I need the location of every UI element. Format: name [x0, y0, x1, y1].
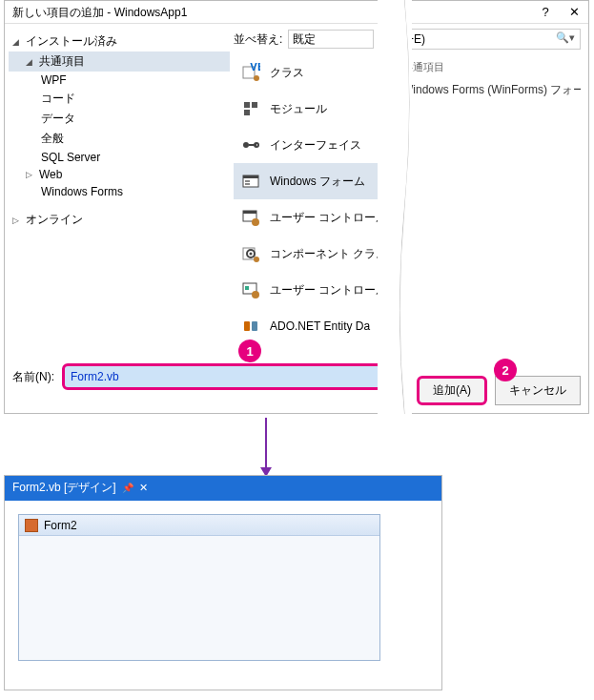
svg-point-18 — [250, 253, 253, 256]
tree-item[interactable]: WPF — [9, 72, 230, 89]
template-label: ADO.NET Entity Da — [270, 319, 370, 333]
callout-marker-2: 2 — [494, 359, 517, 381]
component-icon — [241, 244, 260, 263]
template-item-usercontrol-wpf[interactable]: ユーザー コントロール — [234, 272, 396, 308]
svg-text:VB: VB — [250, 63, 260, 73]
svg-point-22 — [252, 291, 259, 299]
svg-rect-3 — [244, 102, 250, 108]
tree-label: 共通項目 — [39, 53, 85, 70]
tree-online[interactable]: オンライン — [9, 210, 230, 230]
template-list: VB クラス モジュール インターフェイス Windows フォーム — [234, 54, 396, 344]
tree-label: 全般 — [41, 131, 64, 147]
ado-icon — [241, 317, 260, 336]
svg-rect-23 — [244, 321, 250, 331]
template-label: インターフェイス — [270, 137, 361, 154]
close-button[interactable]: ✕ — [560, 2, 588, 23]
detail-panel: 共通項目 Windows Forms (WinForms) フォーム — [395, 54, 588, 104]
expander-icon[interactable] — [26, 57, 35, 67]
tree-label: オンライン — [26, 212, 83, 228]
svg-rect-24 — [252, 321, 257, 331]
add-item-dialog-right: ? ✕ 🔍▾ 共通項目 Windows Forms (WinForms) フォー… — [395, 0, 589, 414]
svg-rect-12 — [245, 183, 250, 185]
svg-rect-14 — [243, 211, 256, 214]
tree-label: インストール済み — [26, 33, 117, 50]
tree-common[interactable]: 共通項目 — [9, 51, 230, 72]
designer-tab[interactable]: Form2.vb [デザイン] 📌 ✕ — [5, 476, 155, 499]
detail-category: 共通項目 — [402, 60, 581, 74]
search-input[interactable] — [402, 29, 581, 50]
svg-rect-5 — [244, 110, 250, 115]
expander-icon[interactable] — [26, 170, 35, 179]
form-app-icon — [25, 519, 38, 532]
tree-item[interactable]: 全般 — [9, 129, 230, 149]
search-icon[interactable]: 🔍▾ — [556, 31, 575, 44]
template-label: Windows フォーム — [270, 174, 365, 190]
sort-value: 既定 — [293, 31, 316, 48]
name-input[interactable] — [62, 363, 388, 390]
svg-rect-21 — [245, 286, 249, 290]
flow-arrow-icon — [265, 418, 267, 469]
tree-label: Windows Forms — [41, 185, 123, 198]
tree-installed[interactable]: インストール済み — [9, 31, 230, 51]
template-item-module[interactable]: モジュール — [234, 91, 396, 127]
help-button[interactable]: ? — [531, 2, 560, 23]
template-item-component[interactable]: コンポーネント クラス — [234, 236, 396, 272]
template-label: クラス — [270, 65, 304, 81]
template-item-interface[interactable]: インターフェイス — [234, 127, 396, 163]
category-tree: インストール済み 共通項目 WPF コード データ 全般 SQL Server … — [5, 24, 234, 344]
template-label: ユーザー コントロール — [270, 210, 387, 226]
form-preview[interactable]: Form2 — [18, 514, 380, 661]
sort-row: 並べ替え: 既定 — [234, 24, 396, 54]
tree-label: Web — [39, 168, 62, 181]
dialog-title: 新しい項目の追加 - WindowsApp1 — [5, 1, 396, 24]
designer-window: Form2.vb [デザイン] 📌 ✕ Form2 — [4, 475, 442, 690]
template-panel: 並べ替え: 既定 VB クラス モジュール インターフェイス W — [234, 24, 396, 344]
template-item-usercontrol[interactable]: ユーザー コントロール — [234, 199, 396, 236]
tree-item[interactable]: コード — [9, 89, 230, 109]
vb-class-icon: VB — [241, 63, 260, 82]
expander-icon[interactable] — [12, 37, 22, 47]
tree-label: WPF — [41, 73, 67, 87]
designer-canvas[interactable]: Form2 — [5, 501, 441, 674]
template-item-class[interactable]: VB クラス — [234, 54, 396, 91]
tree-item[interactable]: Windows Forms — [9, 183, 230, 200]
form-titlebar: Form2 — [19, 515, 379, 536]
tree-web[interactable]: Web — [9, 166, 230, 183]
form-client-area[interactable] — [19, 536, 379, 660]
svg-rect-4 — [252, 102, 257, 108]
form-title-text: Form2 — [44, 519, 77, 532]
template-label: モジュール — [270, 101, 327, 117]
detail-description: Windows Forms (WinForms) フォーム — [402, 82, 581, 98]
svg-point-6 — [243, 142, 249, 148]
template-label: ユーザー コントロール — [270, 282, 387, 299]
svg-rect-11 — [245, 180, 250, 182]
button-row: 追加(A) キャンセル — [417, 376, 581, 405]
template-label: コンポーネント クラス — [270, 246, 387, 262]
tab-label: Form2.vb [デザイン] — [12, 480, 116, 496]
tree-label: コード — [41, 91, 75, 107]
sort-combo[interactable]: 既定 — [288, 30, 374, 49]
expander-icon[interactable] — [12, 216, 22, 225]
template-item-ado[interactable]: ADO.NET Entity Da — [234, 308, 396, 344]
callout-marker-1: 1 — [238, 340, 261, 362]
template-item-windows-form[interactable]: Windows フォーム — [234, 163, 396, 199]
tree-item[interactable]: SQL Server — [9, 149, 230, 166]
tree-item[interactable]: データ — [9, 109, 230, 129]
svg-point-15 — [252, 218, 259, 226]
split-gap — [378, 0, 412, 414]
usercontrol2-icon — [241, 280, 260, 299]
tree-label: SQL Server — [41, 151, 100, 164]
sort-label: 並べ替え: — [234, 31, 282, 48]
usercontrol-icon — [241, 208, 260, 227]
tree-label: データ — [41, 111, 75, 127]
svg-rect-10 — [243, 175, 258, 178]
pin-icon[interactable]: 📌 — [122, 483, 133, 493]
svg-point-19 — [254, 257, 259, 262]
close-icon[interactable]: ✕ — [139, 482, 148, 494]
module-icon — [241, 99, 260, 118]
name-label: 名前(N): — [12, 369, 54, 385]
titlebar-right: ? ✕ — [395, 1, 588, 24]
designer-tabbar: Form2.vb [デザイン] 📌 ✕ — [5, 476, 441, 499]
dialog-body: インストール済み 共通項目 WPF コード データ 全般 SQL Server … — [5, 24, 396, 344]
add-button[interactable]: 追加(A) — [417, 376, 487, 405]
